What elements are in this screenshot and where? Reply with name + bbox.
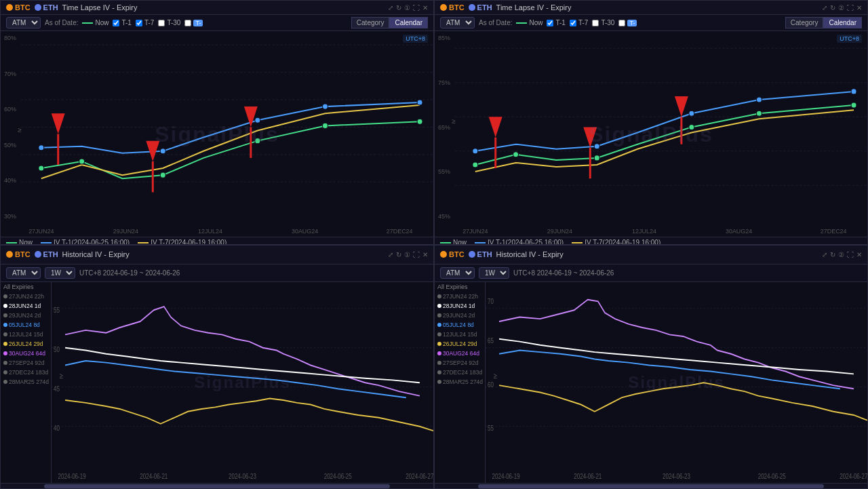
btc-label-r[interactable]: BTC — [449, 3, 465, 12]
expiry-item-28jun-bl[interactable]: 28JUN24 1d — [1, 301, 51, 311]
eth-label-r[interactable]: ETH — [477, 3, 492, 12]
scrollbar-br[interactable] — [435, 483, 867, 488]
expiry-item-29jun-bl[interactable]: 29JUN24 2d — [1, 311, 51, 320]
svg-text:70: 70 — [488, 298, 494, 305]
expiry-item-27dec-bl[interactable]: 27DEC24 183d — [1, 368, 51, 377]
expiry-item-29jun-br[interactable]: 29JUN24 2d — [435, 311, 485, 320]
legend-t-extra-r: T- — [618, 20, 637, 26]
calendar-button-r[interactable]: Calendar — [823, 17, 862, 28]
coin-selector-eth-br[interactable]: ETH — [469, 250, 492, 258]
btc-label-bl[interactable]: BTC — [15, 250, 31, 258]
expiry-item-27jun-bl[interactable]: 27JUN24 22h — [1, 292, 51, 301]
btc-label-br[interactable]: BTC — [449, 250, 465, 258]
expiry-item-28mar-bl[interactable]: 28MAR25 274d — [1, 377, 51, 387]
as-of-date-label-r: As of Date: — [479, 19, 512, 26]
expand-icon-br[interactable]: ⛶ — [847, 251, 854, 258]
refresh-icon[interactable]: ↻ — [396, 4, 401, 12]
atm-select-br[interactable]: ATM — [440, 267, 475, 279]
refresh-icon-br[interactable]: ↻ — [830, 251, 835, 258]
eth-label-bl[interactable]: ETH — [43, 250, 58, 258]
t-extra-checkbox-r[interactable] — [618, 20, 625, 26]
expiry-item-30aug-bl[interactable]: 30AUG24 64d — [1, 349, 51, 358]
t1-checkbox-r[interactable] — [547, 20, 553, 26]
scrollbar-thumb-bl[interactable] — [44, 484, 390, 488]
expiry-item-12jul-br[interactable]: 12JUL24 15d — [435, 330, 485, 339]
close-icon-r[interactable]: ✕ — [856, 4, 862, 12]
y-axis-r: 85% 75% 65% 55% 45% — [438, 31, 450, 223]
all-expiries-label-br: All Expiries — [435, 282, 485, 292]
expiry-item-27sep-bl[interactable]: 27SEP24 92d — [1, 358, 51, 368]
expand-icon-bl[interactable]: ⛶ — [413, 251, 420, 258]
expiry-item-12jul-bl[interactable]: 12JUL24 15d — [1, 330, 51, 339]
coin-selector-eth[interactable]: ETH — [35, 3, 58, 12]
expand-icon[interactable]: ⛶ — [413, 4, 420, 12]
expiry-item-27jun-br[interactable]: 27JUN24 22h — [435, 292, 485, 301]
coin-selector-btc-br[interactable]: BTC — [440, 250, 465, 258]
bottom-right-toolbar: ATM 1W UTC+8 2024-06-19 ~ 2024-06-26 — [435, 265, 867, 282]
expiry-item-28jun-br[interactable]: 28JUN24 1d — [435, 301, 485, 311]
btc-dot-bl — [6, 251, 13, 258]
close-icon-bl[interactable]: ✕ — [422, 251, 428, 258]
t1-checkbox[interactable] — [113, 20, 119, 26]
coin-selector-btc-bl[interactable]: BTC — [6, 250, 31, 258]
svg-point-13 — [39, 145, 44, 151]
legend-row-r: Now IV T-1(2024-06-25 16:00) IV T-7(2024… — [435, 237, 867, 244]
atm-select-r[interactable]: ATM — [440, 17, 475, 28]
close-icon-br[interactable]: ✕ — [856, 251, 862, 258]
external-link-icon-r[interactable]: ⤢ — [822, 4, 827, 12]
expiry-item-30aug-br[interactable]: 30AUG24 64d — [435, 349, 485, 358]
scrollbar-bl[interactable] — [1, 483, 433, 488]
number-icon-r[interactable]: ② — [838, 4, 844, 12]
coin-selector-eth-bl[interactable]: ETH — [35, 250, 58, 258]
atm-select[interactable]: ATM — [6, 17, 41, 28]
number-icon-br[interactable]: ② — [838, 251, 844, 258]
btc-label[interactable]: BTC — [15, 3, 31, 12]
t7-checkbox[interactable] — [136, 20, 142, 26]
t30-checkbox[interactable] — [158, 20, 165, 26]
timeframe-select-bl[interactable]: 1W — [45, 267, 75, 279]
t7-checkbox-r[interactable] — [570, 20, 576, 26]
number-icon[interactable]: ① — [404, 4, 410, 12]
refresh-icon-bl[interactable]: ↻ — [396, 251, 401, 258]
refresh-icon-r[interactable]: ↻ — [830, 4, 835, 12]
expiry-item-27sep-br[interactable]: 27SEP24 92d — [435, 358, 485, 368]
svg-marker-18 — [52, 113, 65, 134]
timeframe-select-br[interactable]: 1W — [479, 267, 509, 279]
scrollbar-thumb-br[interactable] — [478, 484, 824, 488]
btc-dot-r — [440, 4, 447, 11]
external-link-icon-bl[interactable]: ⤢ — [388, 251, 393, 258]
expiry-item-27dec-br[interactable]: 27DEC24 183d — [435, 368, 485, 377]
btc-dot-br — [440, 251, 447, 258]
panel-title-br: Historical IV - Expiry — [496, 250, 818, 258]
close-icon[interactable]: ✕ — [422, 4, 428, 12]
category-button[interactable]: Category — [351, 17, 390, 28]
svg-point-41 — [473, 149, 478, 154]
coin-selector-btc[interactable]: BTC — [6, 3, 31, 12]
bottom-right-svg: 70 65 60 55 ≥ 2024-06-19 2024-06-21 2024… — [486, 282, 867, 484]
legend-t1-r: T-1 — [547, 19, 565, 26]
eth-label[interactable]: ETH — [43, 3, 58, 12]
t-extra-checkbox[interactable] — [184, 20, 191, 26]
expiry-item-05jul-bl[interactable]: 05JUL24 8d — [1, 320, 51, 330]
svg-text:2024-06-21: 2024-06-21 — [574, 473, 601, 480]
expiry-item-05jul-br[interactable]: 05JUL24 8d — [435, 320, 485, 330]
external-link-icon[interactable]: ⤢ — [388, 4, 393, 12]
number-icon-bl[interactable]: ① — [404, 251, 410, 258]
eth-label-br[interactable]: ETH — [477, 250, 492, 258]
expiry-item-26jul-bl[interactable]: 26JUL24 29d — [1, 339, 51, 349]
t30-checkbox-r[interactable] — [592, 20, 599, 26]
category-button-r[interactable]: Category — [785, 17, 824, 28]
category-calendar-buttons-r: Category Calendar — [785, 17, 862, 28]
external-link-icon-br[interactable]: ⤢ — [822, 251, 827, 258]
coin-selector-eth-r[interactable]: ETH — [469, 3, 492, 12]
expiry-item-28mar-br[interactable]: 28MAR25 274d — [435, 377, 485, 387]
svg-point-42 — [594, 144, 599, 149]
svg-point-40 — [851, 102, 856, 108]
calendar-button[interactable]: Calendar — [389, 17, 428, 28]
coin-selector-btc-r[interactable]: BTC — [440, 3, 465, 12]
expand-icon-r[interactable]: ⛶ — [847, 4, 854, 12]
svg-point-16 — [323, 104, 328, 109]
atm-select-bl[interactable]: ATM — [6, 267, 41, 279]
expiry-item-26jul-br[interactable]: 26JUL24 29d — [435, 339, 485, 349]
svg-text:55: 55 — [54, 307, 60, 314]
